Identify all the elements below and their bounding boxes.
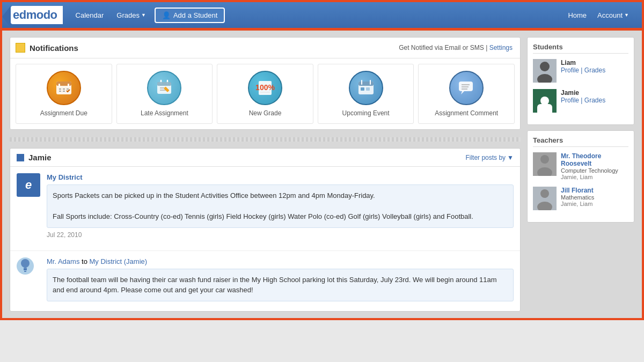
post-1-author[interactable]: My District	[47, 173, 514, 181]
svg-rect-3	[68, 84, 69, 87]
main-wrap: Notifications Get Notified via Email or …	[2, 31, 642, 318]
section-divider	[10, 137, 521, 142]
post-1-date: Jul 22, 2010	[47, 231, 514, 239]
florant-avatar	[533, 187, 557, 210]
teachers-title: Teachers	[533, 136, 628, 147]
chevron-down-icon: ▼	[507, 154, 514, 161]
nav-right: Home Account ▼	[564, 9, 633, 21]
svg-rect-20	[358, 82, 374, 86]
assignment-comment-icon	[449, 71, 484, 105]
liam-grades-link[interactable]: Grades	[584, 67, 605, 74]
notifications-items: Assignment Due	[10, 58, 520, 129]
svg-point-30	[21, 259, 30, 268]
new-grade-icon: 100%	[248, 71, 282, 105]
post-1: e My District Sports Packets can be pick…	[10, 167, 520, 250]
post-1-content: My District Sports Packets can be picked…	[47, 173, 514, 244]
teacher-roosevelt: Mr. Theodore Roosevelt Computer Technolo…	[533, 152, 628, 180]
jamie-profile-link[interactable]: Profile	[561, 97, 579, 104]
post-2-body: The football team will be having their c…	[47, 269, 514, 301]
student-liam: Liam Profile | Grades	[533, 59, 628, 83]
chevron-down-icon: ▼	[141, 12, 146, 18]
feed-title: Jamie	[17, 153, 52, 162]
late-assignment-icon	[147, 71, 181, 105]
notifications-panel: Notifications Get Notified via Email or …	[10, 37, 521, 130]
svg-text:100%: 100%	[255, 83, 275, 92]
teacher-florant: Jill Florant Mathematics Jamie, Liam	[533, 187, 628, 210]
svg-point-35	[540, 62, 550, 71]
notifications-header: Notifications Get Notified via Email or …	[10, 38, 520, 58]
notification-icon	[16, 43, 25, 53]
jamie-info: Jamie Profile | Grades	[561, 89, 605, 104]
jamie-grades-link[interactable]: Grades	[584, 97, 605, 104]
nav-grades[interactable]: Grades ▼	[112, 9, 150, 21]
nav-account[interactable]: Account ▼	[593, 9, 633, 21]
liam-links: Profile | Grades	[561, 67, 605, 74]
post-2-content: Mr. Adams to My District (Jamie) The foo…	[47, 257, 514, 305]
svg-marker-26	[461, 91, 464, 94]
notif-late-assignment[interactable]: Late Assignment	[116, 64, 213, 124]
filter-posts-button[interactable]: Filter posts by ▼	[465, 154, 514, 161]
district-avatar: e	[17, 173, 40, 197]
logo[interactable]: edmodo	[11, 6, 63, 24]
chevron-down-icon: ▼	[624, 12, 629, 18]
bulb-avatar	[17, 257, 34, 275]
liam-info: Liam Profile | Grades	[561, 59, 605, 74]
avatar-col-2	[17, 257, 40, 305]
liam-profile-link[interactable]: Profile	[561, 67, 579, 74]
roosevelt-name-link[interactable]: Mr. Theodore Roosevelt	[561, 152, 628, 167]
florant-info: Jill Florant Mathematics Jamie, Liam	[561, 187, 594, 207]
svg-rect-23	[361, 87, 364, 91]
add-student-button[interactable]: 👤 Add a Student	[155, 8, 225, 23]
student-jamie: Jamie Profile | Grades	[533, 89, 628, 113]
post-2: Mr. Adams to My District (Jamie) The foo…	[10, 250, 520, 311]
svg-point-38	[540, 155, 549, 164]
svg-rect-12	[157, 82, 171, 86]
post-2-author: Mr. Adams to My District (Jamie)	[47, 257, 514, 265]
notif-new-grade[interactable]: 100% New Grade	[217, 64, 313, 124]
feed-panel: Jamie Filter posts by ▼ e My District Sp…	[10, 148, 521, 312]
teachers-section: Teachers Mr. Theodore Roosevelt Computer…	[527, 130, 634, 223]
jamie-links: Profile | Grades	[561, 97, 605, 104]
svg-rect-25	[459, 82, 473, 91]
notif-assignment-due[interactable]: Assignment Due	[16, 64, 112, 124]
feed-header: Jamie Filter posts by ▼	[10, 149, 520, 167]
notif-assignment-comment[interactable]: Assignment Comment	[418, 64, 515, 124]
roosevelt-info: Mr. Theodore Roosevelt Computer Technolo…	[561, 152, 628, 180]
logo-text: edmodo	[13, 8, 57, 22]
svg-point-41	[540, 189, 549, 198]
feed-title-icon	[17, 154, 24, 161]
students-section: Students Liam Profile | Grades	[527, 37, 634, 125]
notif-upcoming-event[interactable]: Upcoming Event	[318, 64, 414, 124]
post-1-body: Sports Packets can be picked up in the S…	[47, 184, 514, 228]
liam-avatar	[533, 59, 557, 83]
left-column: Notifications Get Notified via Email or …	[10, 37, 521, 312]
avatar-col: e	[17, 173, 40, 244]
jamie-avatar	[533, 89, 557, 113]
upcoming-event-icon	[349, 71, 383, 105]
settings-link[interactable]: Settings	[489, 44, 513, 51]
assignment-due-icon	[47, 71, 81, 105]
nav-home[interactable]: Home	[564, 9, 591, 21]
top-nav: edmodo Calendar Grades ▼ 👤 Add a Student…	[2, 2, 642, 28]
notifications-title: Notifications	[16, 43, 78, 53]
students-title: Students	[533, 43, 628, 54]
svg-rect-2	[58, 84, 60, 87]
right-column: Students Liam Profile | Grades	[527, 37, 634, 312]
florant-name-link[interactable]: Jill Florant	[561, 187, 594, 194]
notifications-actions: Get Notified via Email or SMS | Settings	[399, 44, 513, 51]
person-add-icon: 👤	[162, 11, 171, 19]
roosevelt-avatar	[533, 152, 557, 176]
svg-rect-24	[366, 87, 370, 91]
nav-calendar[interactable]: Calendar	[71, 9, 108, 21]
